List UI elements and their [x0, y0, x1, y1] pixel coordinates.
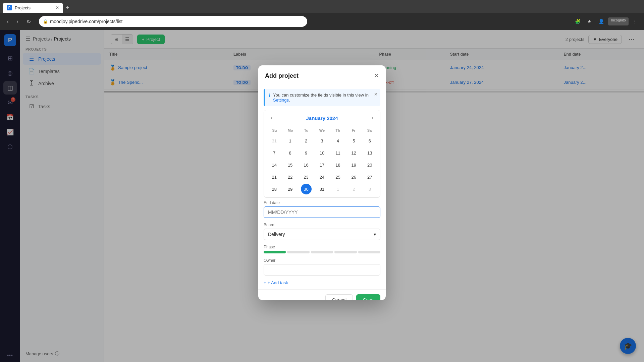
- cal-cell[interactable]: 4: [332, 135, 343, 146]
- info-text: You can customize the fields visible in …: [273, 93, 376, 103]
- cal-cell[interactable]: 18: [332, 160, 343, 170]
- board-group: Board Delivery ▾: [264, 223, 380, 240]
- phase-segment[interactable]: [264, 251, 286, 253]
- modal-title: Add project: [265, 72, 299, 79]
- cal-cell[interactable]: 12: [348, 147, 359, 158]
- tab-close-button[interactable]: ✕: [56, 5, 59, 10]
- chevron-down-icon: ▾: [374, 232, 376, 237]
- calendar-prev-button[interactable]: ‹: [268, 114, 275, 122]
- cal-cell[interactable]: 8: [285, 147, 296, 158]
- lock-icon: 🔒: [43, 19, 48, 24]
- reload-button[interactable]: ↻: [24, 17, 34, 26]
- settings-link[interactable]: Settings: [273, 98, 289, 103]
- board-value: Delivery: [268, 232, 285, 237]
- cal-cell[interactable]: 22: [285, 172, 296, 182]
- calendar: ‹ January 2024 › Su Mo Tu We Th Fr Sa: [264, 110, 380, 198]
- cal-cell[interactable]: 29: [285, 184, 296, 194]
- cal-cell[interactable]: 2: [348, 184, 359, 194]
- board-select[interactable]: Delivery ▾: [264, 229, 380, 240]
- tab-title: Projects: [15, 5, 31, 10]
- owner-input[interactable]: [264, 264, 380, 276]
- active-tab[interactable]: P Projects ✕: [3, 3, 63, 13]
- cal-cell[interactable]: 17: [317, 160, 327, 170]
- cal-cell[interactable]: 2: [301, 135, 312, 146]
- browser-toolbar: ‹ › ↻ 🔒 moodjoy.pipedrive.com/projects/l…: [0, 13, 644, 30]
- cal-cell[interactable]: 14: [269, 160, 280, 170]
- cal-cell[interactable]: 28: [269, 184, 280, 194]
- cal-cell[interactable]: 20: [364, 160, 375, 170]
- phase-bar: [264, 251, 380, 253]
- cal-cell[interactable]: 3: [364, 184, 375, 194]
- forward-button[interactable]: ›: [14, 17, 21, 26]
- back-button[interactable]: ‹: [4, 17, 11, 26]
- cal-cell[interactable]: 23: [301, 172, 312, 182]
- cal-cell[interactable]: 26: [348, 172, 359, 182]
- bookmark-button[interactable]: ★: [585, 17, 594, 25]
- calendar-next-button[interactable]: ›: [369, 114, 376, 122]
- board-label: Board: [264, 223, 380, 227]
- day-name-fr: Fr: [346, 127, 362, 134]
- cancel-button[interactable]: Cancel: [325, 294, 353, 300]
- incognito-badge: Incognito: [608, 17, 629, 25]
- add-task-link[interactable]: + + Add task: [264, 280, 380, 285]
- cal-cell[interactable]: 1: [332, 184, 343, 194]
- browser-tabs: P Projects ✕ +: [0, 0, 644, 13]
- menu-button[interactable]: ⋮: [630, 17, 640, 25]
- cal-cell[interactable]: 31: [269, 135, 280, 146]
- cal-cell[interactable]: 19: [348, 160, 359, 170]
- end-date-label: End date: [264, 200, 380, 205]
- phase-segment[interactable]: [311, 251, 333, 253]
- day-name-su: Su: [267, 127, 282, 134]
- phase-group: Phase: [264, 245, 380, 253]
- cal-cell[interactable]: 15: [285, 160, 296, 170]
- address-bar[interactable]: 🔒 moodjoy.pipedrive.com/projects/list: [39, 16, 307, 27]
- cal-cell[interactable]: 9: [301, 147, 312, 158]
- cal-cell[interactable]: 6: [364, 135, 375, 146]
- calendar-container: ‹ January 2024 › Su Mo Tu We Th Fr Sa: [258, 110, 386, 200]
- cal-cell[interactable]: 31: [317, 184, 327, 194]
- cal-cell[interactable]: 3: [317, 135, 327, 146]
- address-text: moodjoy.pipedrive.com/projects/list: [50, 19, 123, 24]
- phase-segment[interactable]: [287, 251, 309, 253]
- phase-segment[interactable]: [358, 251, 380, 253]
- modal-header: Add project ✕: [258, 65, 386, 85]
- cal-cell[interactable]: 7: [269, 147, 280, 158]
- browser-actions: 🧩 ★ 👤 Incognito ⋮: [572, 17, 640, 25]
- cal-cell[interactable]: 5: [348, 135, 359, 146]
- cal-cell[interactable]: 10: [317, 147, 327, 158]
- day-name-sa: Sa: [362, 127, 377, 134]
- profile-button[interactable]: 👤: [596, 17, 607, 25]
- phase-label: Phase: [264, 245, 380, 249]
- tab-favicon: P: [7, 5, 12, 10]
- info-banner-close-button[interactable]: ✕: [374, 92, 378, 97]
- modal-overlay[interactable]: Add project ✕ ℹ You can customize the fi…: [0, 30, 644, 362]
- calendar-day-names: Su Mo Tu We Th Fr Sa: [267, 127, 377, 134]
- cal-cell[interactable]: 27: [364, 172, 375, 182]
- calendar-header: ‹ January 2024 ›: [264, 110, 380, 126]
- cal-cell[interactable]: 25: [332, 172, 343, 182]
- day-name-th: Th: [330, 127, 346, 134]
- cal-cell[interactable]: 13: [364, 147, 375, 158]
- calendar-month: January 2024: [306, 115, 338, 121]
- modal-body: End date Board Delivery ▾ Phase Owner: [258, 200, 386, 289]
- modal-footer: Cancel Save: [258, 289, 386, 300]
- save-button[interactable]: Save: [356, 294, 380, 300]
- cal-cell[interactable]: 24: [317, 172, 327, 182]
- cal-cell[interactable]: 1: [285, 135, 296, 146]
- day-name-we: We: [314, 127, 330, 134]
- add-task-icon: +: [264, 280, 266, 285]
- cal-cell[interactable]: 11: [332, 147, 343, 158]
- owner-label: Owner: [264, 258, 380, 263]
- cal-cell[interactable]: 16: [301, 160, 312, 170]
- calendar-cells: 3112345678910111213141516171819202122232…: [267, 135, 377, 195]
- extensions-button[interactable]: 🧩: [572, 17, 583, 25]
- phase-segment[interactable]: [334, 251, 357, 253]
- new-tab-button[interactable]: +: [63, 4, 72, 11]
- end-date-input[interactable]: [264, 206, 380, 218]
- day-name-tu: Tu: [298, 127, 314, 134]
- owner-group: Owner: [264, 258, 380, 276]
- cal-cell[interactable]: 30: [301, 184, 312, 194]
- cal-cell[interactable]: 21: [269, 172, 280, 182]
- day-name-mo: Mo: [282, 127, 298, 134]
- modal-close-button[interactable]: ✕: [374, 72, 379, 79]
